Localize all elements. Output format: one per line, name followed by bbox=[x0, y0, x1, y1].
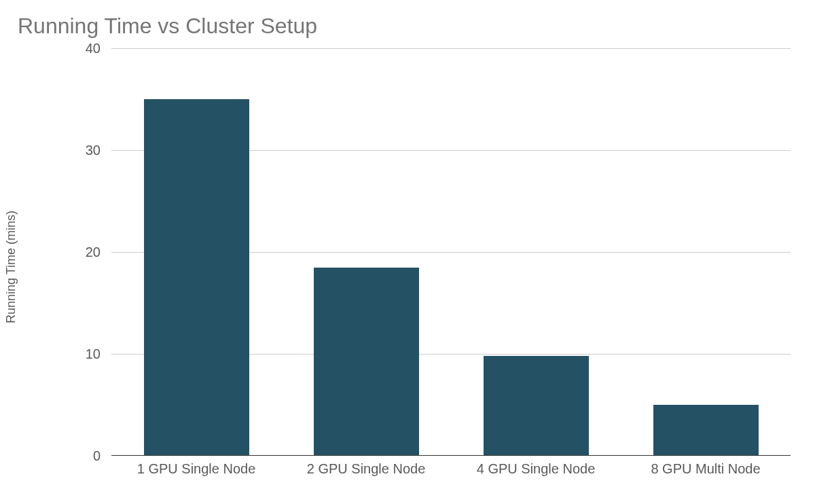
bar-slot bbox=[621, 48, 791, 456]
y-tick-10: 10 bbox=[46, 346, 101, 362]
y-tick-20: 20 bbox=[46, 245, 101, 260]
chart-container: Running Time vs Cluster Setup Running Ti… bbox=[0, 0, 815, 504]
x-tick-label: 8 GPU Multi Node bbox=[621, 460, 791, 477]
x-axis: 1 GPU Single Node 2 GPU Single Node 4 GP… bbox=[111, 460, 791, 477]
bar-slot bbox=[281, 48, 451, 456]
plot-area bbox=[111, 48, 791, 456]
y-tick-0: 0 bbox=[46, 448, 101, 464]
bar-4gpu bbox=[484, 356, 589, 456]
chart-plot: Running Time (mins) 40 30 20 10 0 bbox=[16, 48, 797, 486]
x-tick-label: 4 GPU Single Node bbox=[451, 460, 621, 477]
x-tick-label: 1 GPU Single Node bbox=[111, 460, 281, 477]
bar-1gpu bbox=[144, 99, 249, 456]
bar-8gpu bbox=[653, 405, 759, 456]
chart-title: Running Time vs Cluster Setup bbox=[18, 14, 801, 39]
bar-slot bbox=[451, 48, 621, 456]
bar-slot bbox=[111, 48, 281, 456]
y-tick-40: 40 bbox=[46, 41, 101, 56]
x-tick-label: 2 GPU Single Node bbox=[281, 460, 451, 477]
bars-group bbox=[111, 48, 791, 456]
y-tick-30: 30 bbox=[46, 143, 101, 158]
x-axis-baseline bbox=[111, 455, 791, 456]
y-axis-label: Running Time (mins) bbox=[4, 211, 18, 323]
y-axis: 40 30 20 10 0 bbox=[43, 48, 105, 456]
bar-2gpu bbox=[314, 268, 419, 456]
